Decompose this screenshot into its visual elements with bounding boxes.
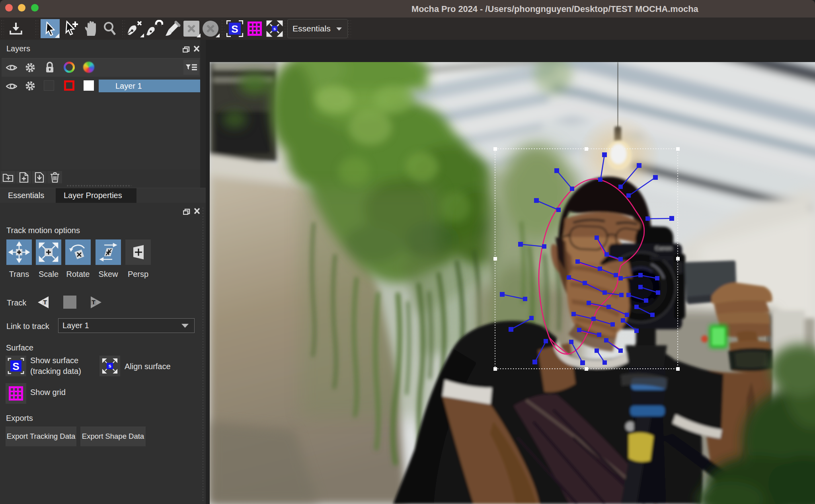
svg-text:T: T <box>92 299 95 306</box>
svg-text:S: S <box>231 23 238 35</box>
svg-text:T: T <box>43 299 47 306</box>
svg-text:s: s <box>273 26 276 31</box>
svg-text:s: s <box>108 363 111 369</box>
svg-text:S: S <box>12 360 19 372</box>
